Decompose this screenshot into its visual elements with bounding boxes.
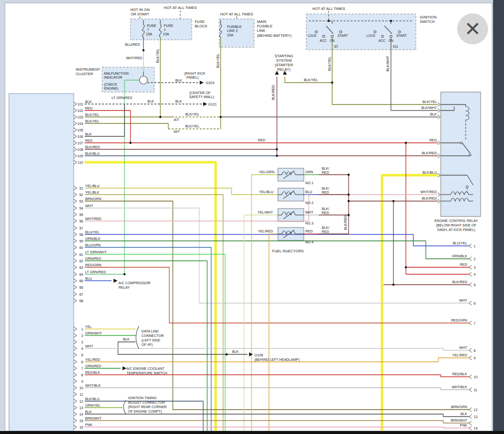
junction-dot bbox=[348, 200, 350, 202]
diagram-label: CLUSTER bbox=[76, 72, 94, 76]
diagram-label: OR START bbox=[130, 12, 149, 16]
diagram-label: BLK/ bbox=[322, 187, 329, 190]
diagram-label: BLOCK bbox=[195, 24, 207, 28]
pin-number: 11 bbox=[80, 393, 83, 396]
junction-dot bbox=[226, 353, 228, 355]
wire-label: PNK bbox=[460, 424, 468, 427]
pin-number: 12 bbox=[474, 408, 478, 412]
pin-number: 8 bbox=[81, 373, 83, 377]
wire-label: BLU/GRN bbox=[85, 243, 101, 247]
pin-number: 10 bbox=[79, 386, 83, 390]
pin-number: 55 bbox=[79, 213, 83, 217]
wire-label: GRN/BLK bbox=[452, 254, 467, 258]
diagram-label: BLK/YEL bbox=[304, 78, 318, 82]
fuse-block-box bbox=[130, 19, 192, 40]
diagram-label: BLK/WHT bbox=[386, 56, 389, 72]
diagram-label: BLK bbox=[147, 100, 154, 103]
junction-dot bbox=[220, 116, 222, 118]
diagram-label: IG1 bbox=[393, 45, 398, 48]
wire-label: WHT/RED bbox=[420, 190, 437, 194]
wire-label: BRN/WHT bbox=[451, 419, 467, 422]
wire-label: GRN/RED bbox=[85, 257, 101, 260]
diagram-label: FUSE bbox=[164, 24, 173, 27]
contact-circle bbox=[469, 154, 471, 156]
pin-number: 3 bbox=[474, 266, 476, 269]
pin-number: 1 bbox=[81, 327, 83, 331]
fusible-link-box bbox=[219, 19, 254, 47]
diagram-label: A/T bbox=[174, 118, 180, 121]
wire-label: WHT/BLK bbox=[452, 385, 467, 389]
diagram-label: HOT IN ON bbox=[130, 7, 150, 12]
diagram-label: FUEL INJECTORS bbox=[272, 249, 303, 253]
wire-label: YEL bbox=[85, 325, 92, 328]
diagram-label: FUSIBLE bbox=[257, 24, 272, 28]
scrollbar[interactable] bbox=[493, 0, 504, 434]
wire-label: RED/BLK bbox=[452, 372, 467, 376]
pin-number: 6 bbox=[474, 302, 476, 305]
diagram-label: RED bbox=[258, 138, 265, 142]
diagram-label: GRN bbox=[305, 170, 313, 174]
pin-number: 59 bbox=[79, 239, 83, 243]
pin-number: 68 bbox=[79, 299, 83, 303]
diagram-label: BLK bbox=[123, 337, 130, 341]
diagram-label: MAIN bbox=[257, 19, 266, 24]
diagram-label: FUSE bbox=[195, 19, 205, 24]
diagram-label: IGNITION TIMING bbox=[128, 396, 156, 400]
pin-number: 62 bbox=[79, 259, 83, 263]
diagram-label: BLK bbox=[175, 100, 182, 103]
contact-circle bbox=[374, 31, 376, 33]
diagram-label: RELAY bbox=[119, 286, 130, 289]
diagram-label: ENGINE CONTROL RELAY bbox=[434, 219, 478, 222]
wire-label: YEL/BLK bbox=[85, 191, 100, 194]
junction-dot bbox=[348, 174, 350, 176]
diagram-label: BLK bbox=[175, 79, 182, 82]
pin-number: 6 bbox=[81, 360, 83, 364]
junction-dot bbox=[392, 284, 394, 286]
pin-number: 3 bbox=[81, 340, 83, 344]
wire-label: RED/BLK bbox=[85, 371, 100, 374]
wire-label: RED bbox=[460, 263, 467, 266]
wire-label: GRN/RED bbox=[85, 364, 101, 368]
pin-number: 4 bbox=[474, 273, 476, 276]
diagram-label: WHT/RED bbox=[126, 56, 142, 60]
pin-number: 9 bbox=[81, 380, 83, 383]
wire-label: WHT bbox=[459, 299, 468, 302]
wire-label: BLK/RED bbox=[422, 151, 437, 155]
diagram-label: LINK 2 bbox=[227, 29, 238, 32]
pin-number: 109 bbox=[77, 154, 83, 158]
diagram-label: BLK/YEL bbox=[156, 49, 159, 63]
close-button[interactable]: ✕ bbox=[457, 13, 488, 44]
pin-number: 1 bbox=[474, 244, 476, 248]
diagram-label: RED bbox=[322, 211, 329, 215]
diagram-label: 20A bbox=[227, 33, 234, 37]
diagram-label: HOT AT ALL TIMES bbox=[164, 5, 197, 10]
diagram-label: (CENTER OF bbox=[189, 91, 211, 95]
pin-number: 64 bbox=[79, 273, 83, 276]
wire-label: RED bbox=[429, 138, 437, 142]
pin-number: 102 bbox=[77, 109, 83, 112]
wire-label: RED/GRN bbox=[85, 263, 101, 267]
wire-label: YEL/RED bbox=[85, 358, 100, 361]
diagram-label: MALFUNCTION bbox=[104, 72, 128, 75]
pin-number: 52 bbox=[79, 193, 83, 197]
junction-dot bbox=[392, 200, 394, 202]
diagram-label: (BEHIND BATTERY) bbox=[257, 33, 292, 38]
diagram-label: INDICATOR bbox=[104, 76, 123, 79]
pin-number: 108 bbox=[77, 148, 83, 151]
pin-number: 57 bbox=[79, 226, 83, 230]
contact-circle bbox=[323, 35, 325, 37]
contact-circle bbox=[466, 186, 468, 188]
junction-dot bbox=[348, 194, 350, 196]
wire-label: BLU/YEL bbox=[85, 230, 100, 234]
diagram-label: BLK/YEL bbox=[185, 112, 200, 116]
wire-label: WHT/RED bbox=[85, 217, 102, 220]
diagram-label: YEL/GRN bbox=[259, 170, 274, 174]
diagram-label: BLK/YEL bbox=[216, 54, 220, 68]
wire-label: BLK/RED bbox=[452, 280, 467, 284]
diagram-label: ACC bbox=[378, 39, 385, 42]
pin-number: 66 bbox=[79, 286, 83, 289]
pin-number: 106 bbox=[77, 135, 83, 138]
diagram-label: G106 bbox=[254, 353, 263, 357]
diagram-label: (STARTER bbox=[275, 63, 293, 67]
diagram-label: YEL/BLU bbox=[259, 190, 273, 194]
